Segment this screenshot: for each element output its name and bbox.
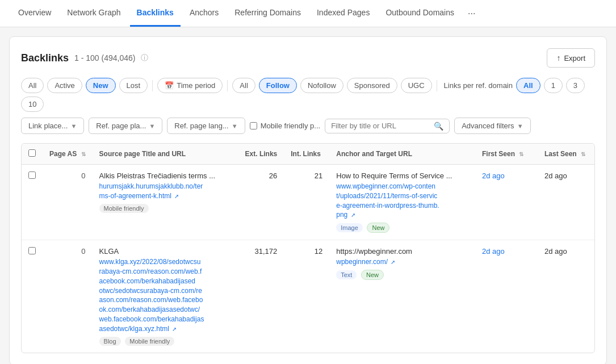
filter-divider-3: [437, 80, 437, 91]
mobile-friendly-checkbox[interactable]: [250, 122, 257, 129]
row-2-external-link-icon[interactable]: ➚: [172, 325, 177, 333]
follow-filter-all[interactable]: All: [232, 78, 255, 93]
ref-page-place-label: Ref. page pla...: [96, 122, 146, 130]
follow-filter-nofollow[interactable]: Nofollow: [300, 78, 343, 93]
nav-item-indexed-pages[interactable]: Indexed Pages: [310, 0, 376, 27]
filter-divider-1: [152, 80, 153, 91]
export-icon: ↑: [556, 53, 560, 62]
export-button[interactable]: ↑ Export: [547, 48, 595, 68]
row-1-external-link-icon[interactable]: ➚: [174, 193, 179, 200]
info-icon[interactable]: ⓘ: [141, 53, 148, 63]
row-1-anchor-badges: Image New: [336, 220, 468, 233]
row-2-source-url-link[interactable]: www.klga.xyz/2022/08/sedotwcsurabaya-cm.…: [99, 258, 204, 333]
row-1-anchor-external-icon[interactable]: ➚: [351, 211, 355, 219]
row-1-source-url-link[interactable]: hurumsjakk.hurumsjakklubb.no/terms-of-ag…: [99, 182, 203, 200]
row-1-checkbox[interactable]: [28, 171, 36, 179]
backlinks-table-container: Page AS ⇅ Source page Title and URL Ext.…: [21, 143, 595, 353]
row-2-badge-blog: Blog: [99, 337, 121, 346]
lpd-filter-1[interactable]: 1: [544, 78, 563, 93]
section-title: Backlinks: [21, 52, 69, 64]
row-1-anchor-url: www.wpbeginner.com/wp-content/uploads/20…: [336, 182, 468, 220]
date-filter-button[interactable]: 📅 Time period: [157, 78, 223, 93]
row-2-badge-mobile: Mobile friendly: [125, 337, 174, 346]
nav-item-anchors[interactable]: Anchors: [183, 0, 225, 27]
filter-row-1: All Active New Lost 📅 Time period All Fo…: [21, 78, 595, 112]
col-header-ext-links: Ext. Links: [238, 144, 284, 165]
row-2-anchor-url-link[interactable]: wpbeginner.com/: [336, 258, 388, 266]
ref-page-lang-chevron-icon: ▼: [232, 123, 238, 129]
row-2-anchor-external-icon[interactable]: ➚: [391, 258, 395, 266]
section-count: 1 - 100 (494,046): [74, 53, 135, 62]
ref-page-place-dropdown[interactable]: Ref. page pla... ▼: [89, 118, 162, 134]
row-2-int-links: 12: [315, 247, 322, 256]
col-header-checkbox: [22, 144, 43, 165]
advanced-filters-button[interactable]: Advanced filters ▼: [454, 118, 530, 134]
lpd-filter-10[interactable]: 10: [21, 97, 44, 112]
type-filter-active[interactable]: Active: [47, 78, 82, 93]
row-1-badge-image: Image: [336, 223, 363, 232]
row-1-page-as: 0: [81, 171, 85, 180]
ref-page-lang-dropdown[interactable]: Ref. page lang... ▼: [167, 118, 245, 134]
row-1-last-seen: 2d ago: [544, 171, 567, 180]
link-place-label: Link place...: [28, 122, 68, 130]
lpd-filter-all[interactable]: All: [516, 78, 540, 93]
follow-filter-follow[interactable]: Follow: [259, 78, 297, 93]
links-per-domain-label: Links per ref. domain: [444, 81, 513, 90]
row-2-first-seen[interactable]: 2d ago: [482, 247, 505, 256]
mobile-friendly-label: Mobile friendly p...: [261, 122, 321, 130]
export-label: Export: [564, 54, 585, 62]
nav-item-referring-domains[interactable]: Referring Domains: [228, 0, 308, 27]
last-seen-sort-icon[interactable]: ⇅: [581, 151, 585, 157]
row-1-badges: Mobile friendly: [99, 201, 232, 213]
advanced-filters-label: Advanced filters: [462, 122, 514, 130]
type-filter-lost[interactable]: Lost: [119, 78, 148, 93]
row-1-badge-new: New: [367, 223, 389, 233]
row-1-source-url: hurumsjakk.hurumsjakklubb.no/terms-of-ag…: [99, 182, 232, 201]
page-as-sort-icon[interactable]: ⇅: [81, 151, 86, 157]
col-header-last-seen: Last Seen ⇅: [538, 144, 594, 165]
mobile-friendly-filter[interactable]: Mobile friendly p...: [250, 122, 321, 130]
row-2-page-as: 0: [81, 247, 85, 256]
row-2-badges: Blog Mobile friendly: [99, 334, 232, 346]
top-nav: Overview Network Graph Backlinks Anchors…: [0, 0, 616, 27]
table-row: 0 KLGA www.klga.xyz/2022/08/sedotwcsurab…: [22, 240, 594, 353]
date-filter-label: Time period: [177, 81, 215, 90]
search-icon[interactable]: 🔍: [434, 122, 443, 131]
row-2-source-title: KLGA: [99, 247, 232, 256]
row-2-last-seen: 2d ago: [544, 247, 567, 256]
type-filter-new[interactable]: New: [86, 78, 116, 93]
row-1-badge-mobile: Mobile friendly: [99, 204, 149, 213]
filter-divider-2: [227, 80, 228, 91]
follow-filter-ugc[interactable]: UGC: [401, 78, 432, 93]
nav-more-button[interactable]: ···: [463, 1, 480, 27]
link-place-dropdown[interactable]: Link place... ▼: [21, 118, 84, 134]
row-1-int-links: 21: [315, 171, 322, 180]
select-all-checkbox[interactable]: [28, 149, 36, 157]
row-1-ext-links: 26: [269, 171, 277, 180]
nav-item-outbound-domains[interactable]: Outbound Domains: [379, 0, 461, 27]
nav-item-overview[interactable]: Overview: [11, 0, 58, 27]
type-filter-all[interactable]: All: [21, 78, 44, 93]
row-2-anchor-title: https://wpbeginner.com: [336, 247, 468, 256]
search-box: 🔍: [325, 119, 450, 133]
lpd-filter-3[interactable]: 3: [566, 78, 585, 93]
search-input[interactable]: [331, 122, 434, 130]
ref-page-place-chevron-icon: ▼: [149, 123, 155, 129]
row-1-anchor-title: How to Require Terms of Service ...: [336, 171, 468, 180]
first-seen-sort-icon[interactable]: ⇅: [519, 151, 523, 157]
row-2-anchor-badges: Text New: [336, 267, 468, 280]
advanced-filters-chevron-icon: ▼: [517, 123, 523, 129]
row-2-badge-text: Text: [336, 270, 357, 279]
calendar-icon: 📅: [165, 81, 174, 90]
col-header-int-links: Int. Links: [284, 144, 329, 165]
follow-filter-sponsored[interactable]: Sponsored: [347, 78, 397, 93]
table-row: 0 Alkis Pleistras Trečiadienis terms ...…: [22, 165, 594, 240]
row-2-source-url: www.klga.xyz/2022/08/sedotwcsurabaya-cm.…: [99, 257, 232, 333]
row-1-first-seen[interactable]: 2d ago: [482, 171, 505, 180]
main-container: Backlinks 1 - 100 (494,046) ⓘ ↑ Export A…: [9, 36, 607, 364]
nav-item-backlinks[interactable]: Backlinks: [130, 0, 181, 27]
backlinks-table: Page AS ⇅ Source page Title and URL Ext.…: [22, 144, 594, 353]
row-2-checkbox[interactable]: [28, 247, 36, 254]
nav-item-network-graph[interactable]: Network Graph: [60, 0, 127, 27]
col-header-first-seen: First Seen ⇅: [475, 144, 538, 165]
